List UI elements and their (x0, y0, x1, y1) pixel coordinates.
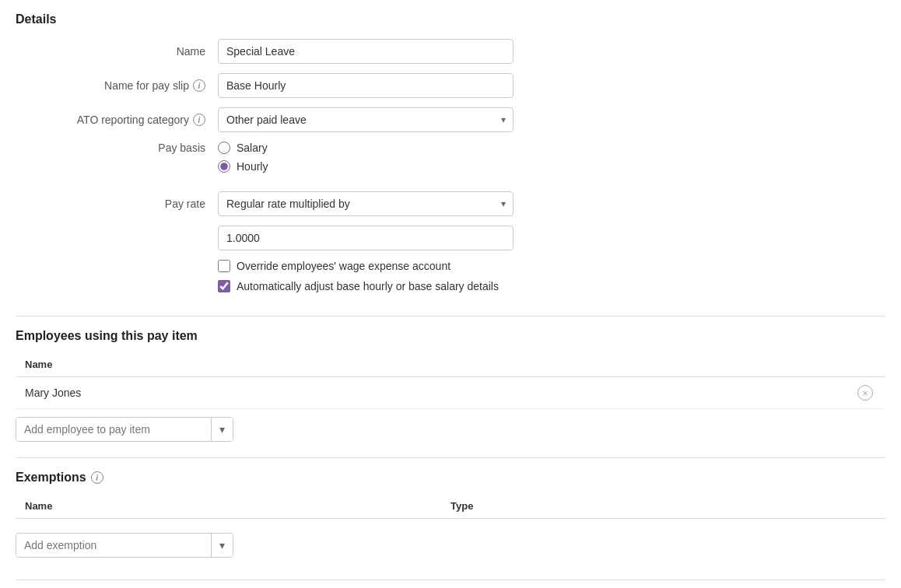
hourly-label: Hourly (237, 160, 268, 173)
name-field (218, 39, 514, 64)
hourly-radio[interactable] (218, 160, 230, 173)
auto-adjust-checkbox[interactable] (218, 280, 230, 292)
exemptions-add-row: ▾ (16, 519, 885, 564)
pay-rate-field: Regular rate multiplied by Fixed amount … (218, 191, 514, 216)
name-payslip-label: Name for pay slip i (16, 79, 218, 92)
name-payslip-field (218, 73, 514, 98)
add-exemption-wrapper: ▾ (16, 533, 233, 558)
remove-employee-button[interactable]: × (854, 385, 876, 401)
pay-rate-multiplier-row (16, 226, 885, 250)
pay-basis-options: Salary Hourly (218, 142, 268, 173)
pay-rate-row: Pay rate Regular rate multiplied by Fixe… (16, 191, 885, 216)
override-label[interactable]: Override employees' wage expense account (237, 260, 450, 272)
name-payslip-row: Name for pay slip i (16, 73, 885, 98)
exemptions-title: Exemptions (16, 471, 86, 485)
employee-name: Mary Jones (25, 387, 854, 399)
pay-rate-multiplier-input[interactable] (218, 226, 514, 250)
auto-adjust-row: Automatically adjust base hourly or base… (218, 280, 885, 292)
name-row: Name (16, 39, 885, 64)
exemptions-section: Exemptions i Name Type ▾ (16, 458, 885, 580)
pay-basis-label: Pay basis (16, 142, 218, 154)
ato-select[interactable]: Other paid leave Gross payments Allowanc… (218, 107, 514, 132)
salary-radio[interactable] (218, 142, 230, 154)
pay-rate-label: Pay rate (16, 198, 218, 210)
add-employee-chevron-icon[interactable]: ▾ (211, 418, 233, 441)
employees-name-col-header: Name (25, 359, 52, 370)
name-input[interactable] (218, 39, 514, 64)
pay-rate-select[interactable]: Regular rate multiplied by Fixed amount … (218, 191, 514, 216)
name-payslip-info-icon[interactable]: i (193, 79, 205, 92)
override-checkbox[interactable] (218, 260, 230, 272)
pay-rate-multiplier-field (218, 226, 514, 250)
page-container: Details Name Name for pay slip i ATO rep… (0, 0, 901, 588)
exemptions-name-col-header: Name (25, 500, 450, 512)
pay-basis-row: Pay basis Salary Hourly (16, 142, 885, 173)
exemptions-type-col-header: Type (450, 500, 876, 512)
ato-select-wrapper: Other paid leave Gross payments Allowanc… (218, 107, 514, 132)
add-employee-input[interactable] (16, 418, 211, 441)
exemptions-table-header: Name Type (16, 494, 885, 519)
add-exemption-input[interactable] (16, 534, 211, 557)
pay-rate-select-wrapper: Regular rate multiplied by Fixed amount … (218, 191, 514, 216)
name-label: Name (16, 45, 218, 58)
override-row: Override employees' wage expense account (218, 260, 885, 272)
details-section: Details Name Name for pay slip i ATO rep… (16, 12, 885, 317)
exemptions-info-icon[interactable]: i (91, 471, 103, 484)
ato-info-icon[interactable]: i (193, 114, 205, 126)
add-exemption-chevron-icon[interactable]: ▾ (211, 534, 233, 557)
ato-field: Other paid leave Gross payments Allowanc… (218, 107, 514, 132)
auto-adjust-label[interactable]: Automatically adjust base hourly or base… (237, 280, 499, 292)
remove-employee-icon: × (857, 385, 873, 401)
add-employee-wrapper: ▾ (16, 417, 233, 442)
hourly-option[interactable]: Hourly (218, 160, 268, 173)
ato-row: ATO reporting category i Other paid leav… (16, 107, 885, 132)
salary-label: Salary (237, 142, 268, 154)
employees-table-header: Name (16, 352, 885, 377)
salary-option[interactable]: Salary (218, 142, 268, 154)
employees-section: Employees using this pay item Name Mary … (16, 317, 885, 458)
table-row: Mary Jones × (16, 377, 885, 409)
ato-label: ATO reporting category i (16, 114, 218, 126)
exemptions-title-row: Exemptions i (16, 471, 885, 485)
details-title: Details (16, 12, 885, 26)
name-payslip-input[interactable] (218, 73, 514, 98)
employees-title: Employees using this pay item (16, 329, 885, 343)
